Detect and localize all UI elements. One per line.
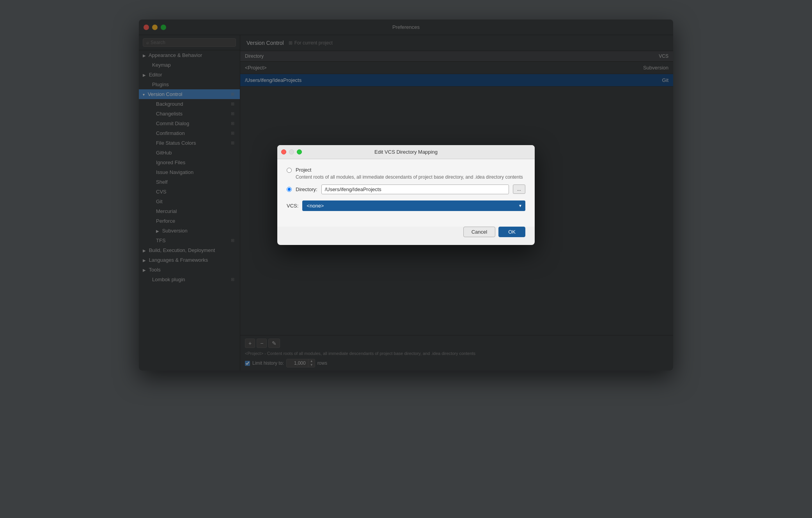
- dialog-title-bar: Edit VCS Directory Mapping: [277, 145, 535, 159]
- ok-button[interactable]: OK: [498, 227, 525, 237]
- project-option-desc: Content roots of all modules, all immedi…: [296, 174, 523, 181]
- vcs-select[interactable]: <none> Git Subversion Mercurial CVS Perf…: [302, 200, 525, 211]
- project-option-content: Project Content roots of all modules, al…: [296, 167, 523, 181]
- dialog-minimize-button[interactable]: [289, 149, 294, 154]
- project-radio-option[interactable]: Project Content roots of all modules, al…: [287, 167, 525, 181]
- main-window: Preferences ⌕ ▶ Appearance & Behavior Ke…: [139, 20, 673, 371]
- dialog-maximize-button[interactable]: [297, 149, 302, 154]
- vcs-label: VCS:: [287, 203, 298, 209]
- directory-input[interactable]: /Users/ifeng/IdeaProjects: [321, 184, 509, 194]
- vcs-select-wrap: <none> Git Subversion Mercurial CVS Perf…: [302, 200, 525, 211]
- dialog-footer: Cancel OK: [277, 227, 535, 245]
- dialog-body: Project Content roots of all modules, al…: [277, 159, 535, 227]
- directory-label[interactable]: Directory:: [296, 186, 317, 192]
- edit-vcs-dialog: Edit VCS Directory Mapping Project Conte…: [277, 145, 535, 245]
- cancel-button[interactable]: Cancel: [463, 227, 495, 237]
- dialog-title: Edit VCS Directory Mapping: [374, 149, 438, 155]
- browse-button[interactable]: ...: [513, 184, 525, 194]
- vcs-row: VCS: <none> Git Subversion Mercurial CVS…: [287, 200, 525, 211]
- dialog-overlay: Edit VCS Directory Mapping Project Conte…: [139, 20, 673, 371]
- dialog-close-button[interactable]: [281, 149, 286, 154]
- directory-row: Directory: /Users/ifeng/IdeaProjects ...: [287, 184, 525, 194]
- dialog-traffic-lights: [281, 149, 302, 154]
- directory-radio[interactable]: [287, 187, 292, 192]
- project-radio-label[interactable]: Project: [296, 167, 311, 173]
- project-radio[interactable]: [287, 168, 292, 173]
